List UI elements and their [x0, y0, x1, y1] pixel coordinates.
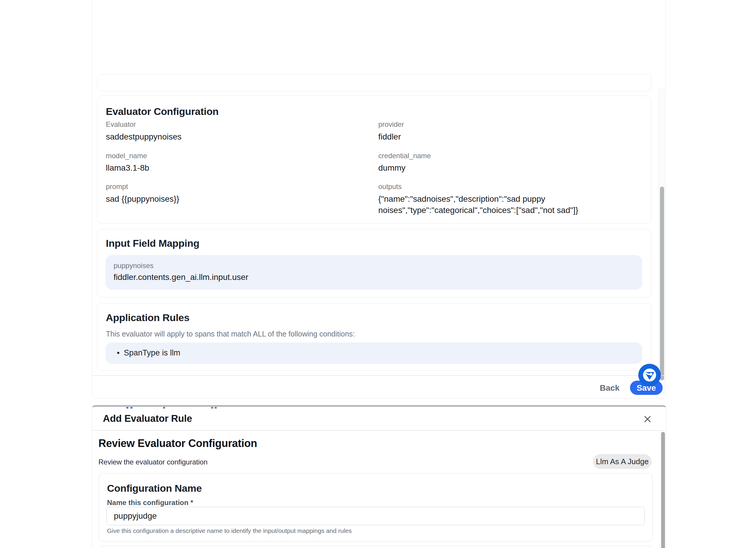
- configuration-name-helper: Give this configuration a descriptive na…: [107, 527, 352, 534]
- mapping-label: puppynoises: [114, 262, 154, 270]
- input-field-mapping-title: Input Field Mapping: [106, 238, 199, 249]
- modal-header-divider: [92, 430, 665, 431]
- field-value: fiddler: [378, 131, 401, 143]
- review-section-title: Review Evaluator Configuration: [98, 437, 257, 450]
- application-rules-card: Application Rules This evaluator will ap…: [97, 303, 651, 371]
- clipped-text-fragment: [211, 407, 213, 408]
- field-value-outputs: {"name":"sadnoises","description":"sad p…: [378, 194, 618, 216]
- llm-as-a-judge-badge: Llm As A Judge: [593, 454, 652, 469]
- configuration-name-label: Name this configuration *: [107, 499, 193, 507]
- field-label: prompt: [106, 183, 128, 191]
- rules-box: •SpanType is llm: [106, 342, 642, 364]
- clipped-text-fragment: [130, 407, 133, 408]
- modal-scroll-border: [660, 431, 660, 548]
- next-card-sliver: [100, 546, 652, 548]
- evaluator-configuration-card: Evaluator Configuration Evaluator saddes…: [97, 96, 651, 224]
- evaluator-configuration-title: Evaluator Configuration: [106, 106, 218, 117]
- previous-card-sliver: [97, 74, 651, 91]
- field-value: sad {{puppynoises}}: [106, 194, 179, 205]
- modal-scrollbar-thumb[interactable]: [661, 432, 665, 548]
- close-icon[interactable]: [642, 413, 653, 425]
- field-label: outputs: [378, 183, 402, 191]
- bullet-icon: •: [117, 348, 119, 357]
- application-rules-description: This evaluator will apply to spans that …: [106, 330, 355, 338]
- field-value: dummy: [378, 162, 406, 174]
- rule-text: SpanType is llm: [124, 348, 180, 357]
- input-field-mapping-card: Input Field Mapping puppynoises fiddler.…: [97, 229, 651, 297]
- configuration-name-card: Configuration Name Name this configurati…: [99, 473, 653, 541]
- rule-item: •SpanType is llm: [117, 348, 180, 357]
- field-label: Evaluator: [106, 120, 136, 129]
- configuration-name-input[interactable]: [106, 507, 645, 525]
- back-button[interactable]: Back: [600, 383, 620, 393]
- panel-scrollbar-thumb[interactable]: [660, 187, 664, 380]
- clipped-text-fragment: [163, 407, 165, 408]
- clipped-text-fragment: [126, 407, 128, 408]
- field-label: credential_name: [378, 152, 431, 160]
- modal-title: Add Evaluator Rule: [103, 413, 192, 424]
- mapping-value: fiddler.contents.gen_ai.llm.input.user: [114, 272, 248, 283]
- mapping-box: puppynoises fiddler.contents.gen_ai.llm.…: [106, 255, 642, 290]
- review-section-subtitle: Review the evaluator configuration: [98, 458, 208, 466]
- footer-divider: [92, 375, 665, 376]
- fiddler-logo-icon[interactable]: [638, 364, 661, 386]
- configuration-name-title: Configuration Name: [107, 482, 202, 494]
- field-label: model_name: [106, 152, 147, 160]
- application-rules-title: Application Rules: [106, 312, 189, 323]
- field-label: provider: [378, 120, 404, 129]
- clipped-text-fragment: [215, 407, 217, 408]
- field-value: saddestpuppynoises: [106, 131, 181, 143]
- field-value: llama3.1-8b: [106, 162, 149, 174]
- screen: Evaluator Configuration Evaluator saddes…: [0, 0, 756, 548]
